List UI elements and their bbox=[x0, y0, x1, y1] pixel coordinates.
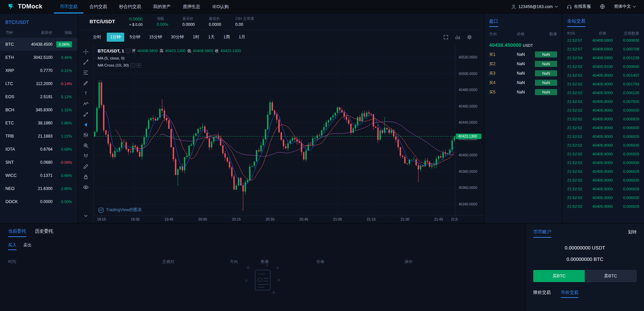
orderbook-row[interactable]: 买1 NaN NaN bbox=[489, 50, 557, 59]
ticker-stat: 涨幅 0.00% bbox=[157, 16, 168, 27]
nav-item[interactable]: 合约交易 bbox=[83, 0, 113, 13]
svg-text:21:45: 21:45 bbox=[434, 217, 443, 221]
svg-text:21:5: 21:5 bbox=[451, 217, 458, 221]
nav-item[interactable]: 币币交易 bbox=[54, 0, 83, 13]
coin-row[interactable]: WICC 0.1371 0.66% bbox=[0, 169, 77, 182]
timeframe-tab[interactable]: 1分钟 bbox=[107, 33, 124, 42]
coin-row[interactable]: BTC 40438.4500 0.06% bbox=[0, 38, 77, 51]
indicators-icon[interactable] bbox=[455, 32, 461, 42]
coin-name: SNT bbox=[5, 160, 25, 165]
account-menu[interactable]: 123456@163.com bbox=[511, 4, 558, 9]
drawing-toolbar: T bbox=[78, 44, 94, 223]
nav-item[interactable]: 秒合约交易 bbox=[113, 0, 147, 13]
sell-btc-button[interactable]: 卖BTC bbox=[585, 270, 637, 282]
timeframe-tab[interactable]: 1月 bbox=[235, 33, 248, 42]
trade-quantity: 0.006929 bbox=[617, 204, 639, 208]
trade-time: 21:52:52 bbox=[567, 178, 588, 182]
legend-eye-icon[interactable]: ◦ bbox=[126, 49, 130, 53]
coin-row[interactable]: XRP 0.7770 0.31% bbox=[0, 64, 77, 77]
coin-name: LTC bbox=[5, 81, 25, 86]
timeframe-tab[interactable]: 30分钟 bbox=[168, 33, 188, 42]
timeframe-tab[interactable]: 1时 bbox=[190, 33, 203, 42]
lock-icon[interactable] bbox=[78, 171, 93, 182]
coin-name: OOCK bbox=[5, 199, 25, 204]
magnet-icon[interactable] bbox=[78, 151, 93, 161]
support-link[interactable]: 在线客服 bbox=[567, 4, 591, 9]
trade-row: 21:52:52 40405.9000 0.006126 bbox=[567, 88, 639, 97]
coin-row[interactable]: OOCK 0.0000 0.00% bbox=[0, 195, 77, 208]
xabcd-pattern-icon[interactable] bbox=[78, 99, 93, 109]
trade-type-tab[interactable]: 限价交易 bbox=[533, 289, 551, 298]
trend-line-icon[interactable] bbox=[78, 57, 93, 67]
col-price: 价格 bbox=[507, 32, 535, 37]
nav-item[interactable]: IEO认购 bbox=[206, 0, 235, 13]
orderbook-row[interactable]: 买3 NaN NaN bbox=[489, 69, 557, 78]
orders-tab[interactable]: 历史委托 bbox=[35, 228, 53, 236]
prediction-icon[interactable] bbox=[78, 109, 93, 119]
bars-pattern-icon[interactable] bbox=[78, 130, 93, 140]
timeframe-tab[interactable]: 1周 bbox=[220, 33, 233, 42]
svg-text:40480.0000: 40480.0000 bbox=[459, 88, 477, 92]
svg-text:21:00: 21:00 bbox=[333, 217, 342, 221]
trade-time: 21:52:54 bbox=[567, 56, 588, 60]
ma-close-icon[interactable]: × bbox=[137, 63, 141, 68]
orderbook-last-price: 40438.450000USDT bbox=[489, 42, 557, 48]
text-tool-icon[interactable]: T bbox=[78, 88, 93, 99]
account-tab[interactable]: 币币账户 bbox=[533, 229, 551, 238]
zoom-icon[interactable] bbox=[78, 140, 93, 151]
coin-change: 0.68% bbox=[61, 147, 72, 151]
transfer-link[interactable]: 划转 bbox=[628, 229, 637, 235]
timeframe-tab[interactable]: 5分钟 bbox=[126, 33, 144, 42]
brush-icon[interactable] bbox=[78, 78, 93, 88]
coin-row[interactable]: EOS 2.5191 5.12% bbox=[0, 90, 77, 103]
trade-type-tab[interactable]: 市价交易 bbox=[561, 289, 578, 298]
ma-settings-icon[interactable]: ◦ bbox=[131, 63, 135, 68]
candlestick-chart[interactable]: 40520.000040500.000040480.000040460.0000… bbox=[94, 44, 484, 223]
coin-row[interactable]: LTC 112.2000 -0.14% bbox=[0, 77, 77, 90]
tradingview-attribution[interactable]: TradingView的图表 bbox=[98, 207, 142, 213]
coin-row[interactable]: TRB 21.1883 1.22% bbox=[0, 129, 77, 143]
coin-price: 21.1883 bbox=[25, 134, 53, 139]
timeframe-tab[interactable]: 1天 bbox=[205, 33, 218, 42]
settings-gear-icon[interactable] bbox=[467, 32, 472, 42]
orders-subtab[interactable]: 卖出 bbox=[23, 242, 32, 250]
buy-btc-button[interactable]: 买BTC bbox=[533, 270, 585, 282]
coin-row[interactable]: SNT 0.0680 -0.06% bbox=[0, 156, 77, 169]
chart-canvas[interactable]: 40520.000040500.000040480.000040460.0000… bbox=[94, 44, 484, 223]
coin-row[interactable]: BCH 345.8300 1.32% bbox=[0, 103, 77, 116]
fullscreen-icon[interactable] bbox=[443, 32, 449, 42]
language-menu[interactable]: 简体中文 bbox=[614, 4, 636, 9]
eye-icon[interactable] bbox=[78, 182, 93, 192]
orders-subtab[interactable]: 买入 bbox=[8, 242, 16, 250]
trade-time: 21:52:52 bbox=[567, 196, 588, 200]
trades-tab[interactable]: 全站交易 bbox=[567, 18, 585, 27]
orders-tab[interactable]: 当前委托 bbox=[8, 228, 26, 237]
sidebar-pair-title: BTC/USDT bbox=[0, 13, 77, 28]
fib-retracement-icon[interactable] bbox=[78, 67, 93, 78]
timeframe-tab[interactable]: 分时 bbox=[90, 33, 105, 42]
timeframe-tab[interactable]: 15分钟 bbox=[146, 33, 166, 42]
trade-price: 40405.9000 bbox=[588, 100, 617, 104]
toolbar-more-chevron-icon[interactable] bbox=[78, 210, 93, 221]
coin-row[interactable]: ETH 3042.5100 0.46% bbox=[0, 51, 77, 64]
logo[interactable]: TDMock bbox=[7, 3, 42, 11]
orderbook-row[interactable]: 买5 NaN NaN bbox=[489, 87, 557, 97]
coin-name: BCH bbox=[5, 108, 25, 112]
orderbook-tab[interactable]: 盘口 bbox=[489, 18, 498, 27]
nav-item[interactable]: 我的资产 bbox=[147, 0, 177, 13]
trades-header: 时间 价格 交易数量 bbox=[567, 31, 639, 36]
coin-row[interactable]: IOTA 0.6764 0.68% bbox=[0, 143, 77, 156]
orderbook-row[interactable]: 买2 NaN NaN bbox=[489, 59, 557, 69]
orderbook-row[interactable]: 买4 NaN NaN bbox=[489, 78, 557, 87]
svg-text:40460.0000: 40460.0000 bbox=[459, 104, 477, 108]
globe-button[interactable] bbox=[600, 4, 605, 9]
coin-row[interactable]: NEO 21.6300 2.85% bbox=[0, 182, 77, 195]
coin-row[interactable]: ETC 38.1860 2.86% bbox=[0, 116, 77, 129]
orderbook-price: NaN bbox=[507, 62, 535, 66]
edit-pencil-icon[interactable] bbox=[78, 161, 93, 171]
nav-item[interactable]: 质押生息 bbox=[177, 0, 206, 13]
coin-change: 5.12% bbox=[61, 95, 72, 99]
crosshair-icon[interactable] bbox=[78, 46, 93, 57]
hide-panel-arrow-icon[interactable] bbox=[78, 119, 93, 130]
trade-row: 21:52:52 40405.9000 0.001793 bbox=[567, 80, 639, 88]
